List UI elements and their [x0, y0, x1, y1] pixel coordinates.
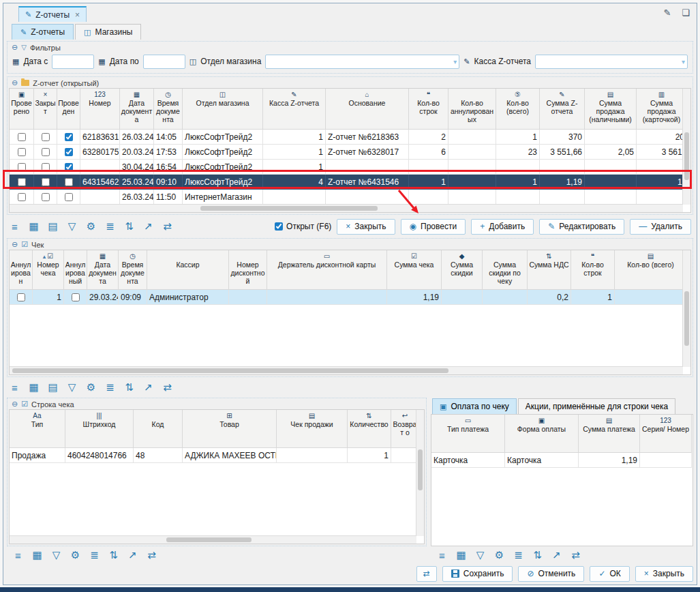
cell[interactable]: 6	[409, 145, 448, 160]
gear-icon[interactable]: ⚙	[70, 549, 81, 561]
tab-stores[interactable]: ◫ Магазины	[75, 24, 141, 40]
refresh-button[interactable]: ⇄	[416, 566, 437, 582]
cell[interactable]	[585, 160, 637, 175]
delete-button[interactable]: —Удалить	[630, 219, 691, 235]
select-list-icon[interactable]: ≡	[9, 382, 20, 394]
column-header[interactable]: ▭Держатель дисконтной карты	[267, 250, 387, 290]
annulled-checkbox[interactable]	[72, 293, 80, 301]
horizontal-scrollbar[interactable]	[10, 535, 416, 544]
column-header[interactable]: АаТип	[10, 410, 65, 448]
date-to-input[interactable]	[143, 55, 185, 69]
document-tab[interactable]: ✎ Z-отчеты ×	[18, 6, 87, 22]
sort-icon[interactable]: ⇅	[123, 381, 135, 394]
cell[interactable]	[391, 448, 419, 463]
cell[interactable]: 48	[134, 448, 183, 463]
annulled-checkbox[interactable]	[17, 293, 25, 301]
column-header[interactable]: ▤Чек продажи	[277, 410, 348, 448]
cell[interactable]	[409, 160, 448, 175]
filter-icon[interactable]: ▽	[50, 549, 62, 561]
cell[interactable]: 3 561,	[637, 145, 687, 160]
checked-checkbox[interactable]	[18, 163, 26, 171]
horizontal-scrollbar[interactable]	[10, 204, 683, 212]
sort-icon[interactable]: ⇅	[123, 220, 135, 233]
cell[interactable]: ЛюксСофтТрейд2	[183, 175, 263, 190]
cell[interactable]: 1	[571, 290, 615, 305]
column-header[interactable]: 123Серия/ Номер	[640, 415, 692, 453]
closed-checkbox[interactable]	[42, 163, 50, 171]
refresh-icon[interactable]: ⇄	[570, 549, 581, 561]
column-header[interactable]: ✎Касса Z-отчета	[263, 89, 326, 130]
column-header[interactable]: ▦Дата документа	[120, 89, 154, 130]
cell[interactable]: 09:10	[154, 175, 183, 190]
posted-checkbox[interactable]	[65, 193, 73, 201]
cell[interactable]: 1	[263, 160, 326, 175]
cell[interactable]: 30.04.24	[120, 160, 154, 175]
column-header[interactable]: ▤Кол-во (всего)	[615, 250, 687, 290]
table-view-icon[interactable]: ▦	[31, 549, 43, 561]
column-header[interactable]: ◷Время документа	[154, 89, 183, 130]
horizontal-scrollbar[interactable]	[10, 366, 683, 374]
table-row[interactable]: 6328017520.03.2417:53ЛюксСофтТрейд21Z-от…	[10, 145, 687, 160]
tab-payment[interactable]: ▣ Оплата по чеку	[432, 398, 517, 414]
tab-promotions[interactable]: Акции, применённые для строки чека	[518, 398, 675, 414]
ok-button[interactable]: ✓ОК	[590, 566, 629, 582]
cell[interactable]	[80, 190, 120, 205]
cell[interactable]	[483, 290, 528, 305]
filter-icon[interactable]: ▽	[66, 220, 78, 233]
cell[interactable]: 1	[33, 290, 64, 305]
checked-checkbox[interactable]	[18, 133, 26, 141]
cell[interactable]: 1,19	[387, 290, 442, 305]
export-icon[interactable]: ↗	[142, 381, 154, 394]
cell[interactable]	[263, 190, 326, 205]
collapse-icon[interactable]: ⊖	[12, 400, 18, 409]
refresh-icon[interactable]: ⇄	[162, 381, 173, 394]
column-header[interactable]: ◆Сумма скидки	[442, 250, 483, 290]
cell[interactable]	[585, 190, 637, 205]
open-filter-checkbox[interactable]: Открыт (F6)	[275, 222, 331, 231]
cell[interactable]: 2,05	[585, 145, 637, 160]
cell[interactable]: 09:09	[119, 290, 147, 305]
cell[interactable]: 23	[496, 145, 540, 160]
cell[interactable]: 4604248014766	[65, 448, 134, 463]
column-header[interactable]: Проведен	[57, 89, 80, 130]
numbered-list-icon[interactable]: ≣	[104, 381, 116, 394]
closed-checkbox[interactable]	[42, 133, 50, 141]
column-header[interactable]: Код	[134, 410, 183, 448]
vertical-scrollbar[interactable]	[416, 410, 424, 536]
calendar-icon[interactable]: ▤	[47, 220, 59, 233]
column-header[interactable]: ❝Кол-во строк	[409, 89, 448, 130]
cell[interactable]	[277, 448, 348, 463]
cell[interactable]: 2	[409, 130, 448, 145]
cell[interactable]	[80, 160, 120, 175]
column-header[interactable]: ▴☑Номер чека	[33, 250, 64, 290]
cell[interactable]: 1	[496, 130, 540, 145]
cell[interactable]: 63280175	[80, 145, 120, 160]
cell[interactable]: Z-отчет №6218363	[326, 130, 409, 145]
cell[interactable]: 1	[409, 175, 448, 190]
checked-checkbox[interactable]	[18, 193, 26, 201]
cell[interactable]: Z-отчет №6328017	[326, 145, 409, 160]
export-icon[interactable]: ↗	[127, 549, 138, 561]
posted-checkbox[interactable]	[65, 133, 73, 141]
checked-checkbox[interactable]	[18, 148, 26, 156]
export-icon[interactable]: ↗	[142, 220, 154, 233]
cancel-button[interactable]: ⊘Отменить	[518, 566, 584, 582]
numbered-list-icon[interactable]: ≣	[513, 549, 524, 561]
cell[interactable]: 1	[263, 145, 326, 160]
select-list-icon[interactable]: ≡	[12, 550, 24, 561]
cell[interactable]	[442, 290, 483, 305]
cell[interactable]: 29.03.24	[87, 290, 119, 305]
cell[interactable]	[496, 160, 540, 175]
cell[interactable]: 1	[496, 175, 540, 190]
cell[interactable]	[585, 175, 637, 190]
selected-table-row[interactable]: 1 29.03.2409:09Администратор1,190,21	[10, 290, 687, 305]
closed-checkbox[interactable]	[42, 193, 50, 201]
column-header[interactable]: ⇅Количество	[348, 410, 391, 448]
selected-table-row[interactable]: 6431546225.03.2409:10ЛюксСофтТрейд24Z-от…	[10, 175, 687, 190]
table-view-icon[interactable]: ▦	[455, 549, 467, 561]
column-header[interactable]: Аннулированый	[64, 250, 87, 290]
column-header[interactable]: Кол-во аннулированых	[448, 89, 496, 130]
cell[interactable]: 16:54	[154, 160, 183, 175]
gear-icon[interactable]: ⚙	[85, 220, 97, 233]
cell[interactable]: 26.03.24	[120, 130, 154, 145]
